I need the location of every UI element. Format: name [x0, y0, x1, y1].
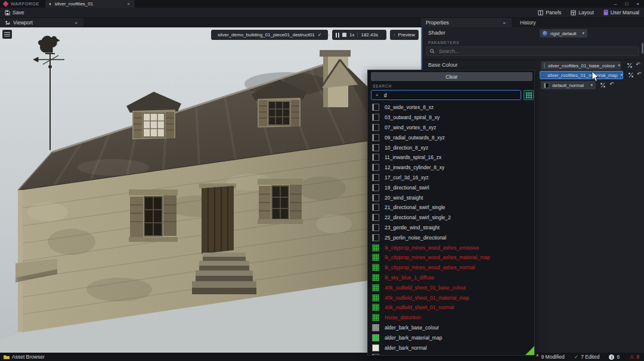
edited-status[interactable]: ✓ 7 Edited [574, 354, 600, 360]
viewport-3d-scene[interactable]: silver_demo_building_01_piece01_destruct… [0, 27, 421, 353]
layout-button[interactable]: Layout [566, 8, 599, 17]
tab-viewport[interactable]: Viewport × [0, 18, 83, 27]
warning-status[interactable]: ⚠ 8 [629, 354, 639, 360]
status-bar: Asset Browser * 9 Modified ✓ 7 Edited i … [0, 353, 644, 361]
document-tab-close-icon[interactable]: × [126, 1, 131, 7]
sample-pick-icon[interactable] [628, 72, 634, 78]
texture-list-item[interactable]: 23_gentle_wind_straight [368, 223, 534, 233]
texture-list-item[interactable]: 02_wide_vortex_8_xz [368, 102, 534, 113]
preview-button[interactable]: Preview [390, 30, 419, 40]
modified-status[interactable]: * 9 Modified [536, 354, 565, 360]
texture-list-item[interactable]: lk_sky_blue_1_diffuse [368, 273, 534, 283]
texture-list-item[interactable]: 17_curl_3d_16_xyz [368, 173, 534, 183]
pause-button[interactable] [336, 33, 339, 38]
window-close-button[interactable]: × [636, 1, 639, 7]
shader-value: rigid_default [550, 31, 577, 36]
texture-list-item[interactable]: alder_bark_material_map [368, 332, 534, 343]
asset-browser-label: Asset Browser [12, 354, 45, 360]
warforge-logo-icon [3, 1, 9, 7]
window-maximize-button[interactable]: □ [625, 1, 628, 7]
grid-view-button[interactable] [524, 90, 534, 100]
clear-button[interactable]: Clear [371, 72, 532, 81]
panels-button[interactable]: Panels [533, 8, 566, 17]
asset-name: silver_demo_building_01_piece01_destruct… [218, 32, 315, 38]
texture-picker-popup: Clear SEARCH × 02_wide_vortex_8_xz 03_ou… [367, 70, 535, 356]
texture-list-item[interactable]: lk_cityprop_mines_wood_ashes_normal [368, 263, 534, 273]
texture-thumbnail-icon [372, 224, 379, 231]
picker-search-field[interactable]: × [371, 90, 521, 100]
texture-list-item[interactable]: 12_inwards_cylinder_8_xy [368, 163, 534, 173]
info-status[interactable]: i 6 [609, 354, 620, 360]
texture-item-label: 11_inwards_spiral_16_zx [385, 154, 441, 160]
asset-browser-button[interactable]: Asset Browser [4, 354, 45, 360]
texture-item-label: 10_direction_8_xyz [385, 145, 428, 151]
texture-list-item[interactable] [368, 353, 534, 355]
revert-icon[interactable]: ↶ [636, 62, 640, 67]
tab-properties[interactable]: Properties × [421, 18, 512, 27]
texture-list-item[interactable]: alder_bark_normal [368, 343, 534, 353]
asset-selector[interactable]: silver_demo_building_01_piece01_destruct… [211, 30, 328, 40]
tab-history[interactable]: History [512, 18, 544, 27]
texture-list-item[interactable]: 40k_outfield_sheet_01_base_colour [368, 282, 534, 292]
texture-item-label: 40k_outfield_sheet_01_normal [385, 304, 454, 310]
texture-list-item[interactable]: 07_wind_vortex_8_xyz [368, 123, 534, 133]
user-manual-button[interactable]: User Manual [599, 8, 644, 17]
properties-scrollbar[interactable] [642, 43, 643, 54]
shader-dropdown[interactable]: rigid_default ▾ [540, 29, 587, 38]
texture-item-label: lk_cityprop_mines_wood_ashes_material_ma… [385, 254, 490, 260]
texture-list-item[interactable]: 40k_outfield_sheet_01_material_map [368, 292, 534, 303]
material-map-texture-dropdown[interactable]: silver_rooftiles_01_material_map ▾ [540, 71, 623, 79]
texture-list: 02_wide_vortex_8_xz 03_outward_spiral_8_… [368, 102, 534, 355]
texture-list-item[interactable]: alder_bark_base_colour [368, 323, 534, 333]
texture-list-item[interactable]: lk_cityprop_mines_wood_ashes_material_ma… [368, 253, 534, 263]
texture-thumbnail-icon [372, 354, 379, 355]
playback-time: 182.43s [361, 32, 377, 38]
resize-grip[interactable] [525, 346, 534, 355]
texture-list-item[interactable]: 03_outward_spiral_8_xy [368, 113, 534, 123]
texture-list-item[interactable]: 10_direction_8_xyz [368, 142, 534, 153]
viewport-menu-button[interactable] [2, 30, 12, 39]
texture-list-item[interactable]: Noise_distortion [368, 313, 534, 323]
parameters-search-input[interactable] [438, 48, 617, 55]
playback-speed[interactable]: 1x [349, 32, 354, 38]
clear-search-icon[interactable]: × [374, 92, 380, 98]
texture-swatch [544, 63, 545, 69]
preview-label: Preview [398, 32, 415, 38]
save-button[interactable]: Save [0, 8, 29, 17]
picker-search-input[interactable] [383, 92, 508, 99]
texture-name: silver_rooftiles_01_material_map [547, 73, 617, 78]
base-colour-label: Base Colour [428, 62, 458, 68]
texture-list-item[interactable]: 20_wind_straight [368, 192, 534, 203]
revert-icon[interactable]: ↶ [637, 71, 642, 77]
document-tab[interactable]: ◐ silver_rooftiles_01 × [45, 0, 135, 8]
texture-list-item[interactable]: 25_perlin_noise_directional [368, 232, 534, 242]
texture-item-label: 21_directional_swirl_single [385, 204, 445, 210]
texture-item-label: lk_sky_blue_1_diffuse [385, 275, 435, 281]
viewport-tab-close-icon[interactable]: × [73, 20, 79, 26]
document-icon: ◐ [49, 1, 52, 7]
normal-texture-dropdown[interactable]: default_normal ▾ [541, 81, 596, 89]
sample-pick-icon[interactable] [600, 82, 606, 88]
window-minimize-button[interactable]: – [614, 1, 617, 7]
sample-pick-icon[interactable] [627, 63, 633, 69]
texture-list-item[interactable]: 09_radial_outwards_8_xyz [368, 132, 534, 142]
revert-icon[interactable]: ↶ [609, 82, 614, 87]
parameters-search-field[interactable] [426, 46, 639, 56]
texture-list-item[interactable]: 40k_outfield_sheet_01_normal [368, 303, 534, 313]
texture-thumbnail-icon [372, 164, 379, 171]
stop-button[interactable] [342, 33, 346, 37]
texture-list-item[interactable]: 21_directional_swirl_single [368, 203, 534, 213]
properties-tab-close-icon[interactable]: × [501, 20, 507, 26]
texture-thumbnail-icon [372, 254, 379, 261]
texture-list-item[interactable]: 19_directional_swirl [368, 182, 534, 192]
base-colour-texture-dropdown[interactable]: silver_rooftiles_01_base_colour ▾ [541, 61, 621, 70]
texture-list-item[interactable]: 11_inwards_spiral_16_zx [368, 153, 534, 163]
texture-item-label: 19_directional_swirl [385, 185, 429, 191]
warning-count: 8 [636, 354, 639, 360]
house-render [0, 27, 421, 353]
layout-label: Layout [578, 10, 594, 15]
texture-list-item[interactable]: 22_directional_swirl_single_2 [368, 213, 534, 223]
asset-chevron-down-icon[interactable]: ▾ [327, 33, 330, 38]
texture-thumbnail-icon [372, 194, 379, 201]
texture-list-item[interactable]: lk_cityprop_mines_wood_ashes_emissive [368, 242, 534, 253]
